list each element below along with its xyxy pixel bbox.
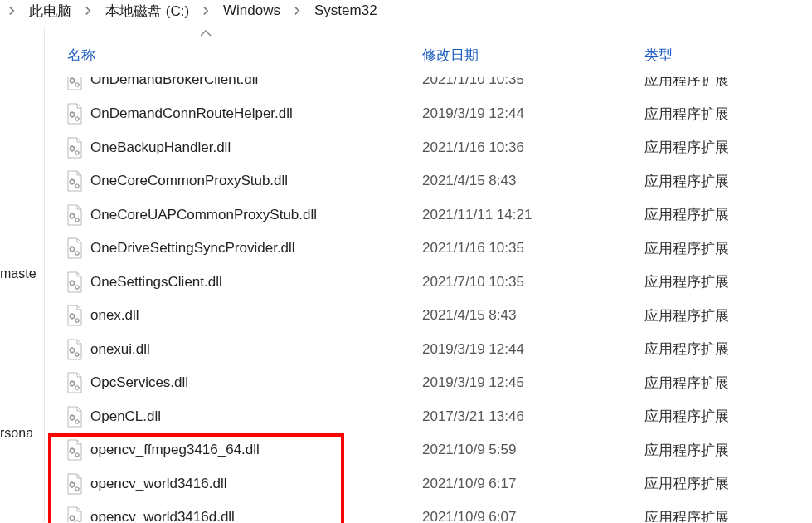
file-row[interactable]: OneSettingsClient.dll 2021/7/10 10:35 应用… xyxy=(45,266,812,300)
file-name: opencv_world3416.dll xyxy=(90,476,422,492)
dll-file-icon xyxy=(45,204,90,226)
file-type: 应用程序扩展 xyxy=(644,105,812,124)
file-date: 2019/3/19 12:44 xyxy=(422,341,644,358)
file-type: 应用程序扩展 xyxy=(644,340,812,359)
nav-item-truncated[interactable]: maste xyxy=(0,266,36,281)
file-name: onexui.dll xyxy=(90,341,422,358)
file-type: 应用程序扩展 xyxy=(644,374,812,393)
file-date: 2021/7/10 10:35 xyxy=(422,274,644,291)
chevron-right-icon[interactable] xyxy=(5,5,19,17)
dll-file-icon xyxy=(45,506,90,522)
dll-file-icon xyxy=(45,439,90,461)
file-name: OnDemandBrokerClient.dll xyxy=(90,77,422,88)
chevron-right-icon[interactable] xyxy=(290,5,304,17)
file-type: 应用程序扩展 xyxy=(644,508,812,522)
breadcrumb-windows[interactable]: Windows xyxy=(220,1,284,21)
column-header-name[interactable]: 名称 xyxy=(45,46,422,65)
file-name: OpcServices.dll xyxy=(90,374,422,391)
file-date: 2021/1/16 10:36 xyxy=(422,139,644,156)
dll-file-icon xyxy=(45,170,90,192)
dll-file-icon xyxy=(45,406,90,428)
file-name: OneDriveSettingSyncProvider.dll xyxy=(90,240,422,257)
file-date: 2021/1/16 10:35 xyxy=(422,240,644,257)
file-name: OneBackupHandler.dll xyxy=(90,139,422,156)
file-type: 应用程序扩展 xyxy=(644,77,812,90)
file-date: 2021/10/9 6:07 xyxy=(422,509,644,522)
pin-icon[interactable] xyxy=(0,190,25,207)
dll-file-icon xyxy=(45,103,90,125)
file-date: 2021/1/10 10:35 xyxy=(422,77,644,88)
file-name: OneCoreCommonProxyStub.dll xyxy=(90,173,422,189)
dll-file-icon xyxy=(45,473,90,495)
dll-file-icon xyxy=(45,237,90,259)
chevron-right-icon[interactable] xyxy=(199,5,213,17)
file-name: OpenCL.dll xyxy=(90,408,422,425)
file-row[interactable]: OpcServices.dll 2019/3/19 12:45 应用程序扩展 xyxy=(45,366,812,400)
dll-file-icon xyxy=(45,137,90,159)
file-row[interactable]: OneCoreUAPCommonProxyStub.dll 2021/11/11… xyxy=(45,198,812,232)
file-name: opencv_ffmpeg3416_64.dll xyxy=(90,442,422,458)
file-row[interactable]: OneDriveSettingSyncProvider.dll 2021/1/1… xyxy=(45,232,812,266)
column-header-type[interactable]: 类型 xyxy=(644,46,812,65)
dll-file-icon xyxy=(45,339,90,360)
file-row[interactable]: opencv_world3416.dll 2021/10/9 6:17 应用程序… xyxy=(45,467,812,501)
column-header-date[interactable]: 修改日期 xyxy=(422,46,644,65)
file-row[interactable]: OnDemandBrokerClient.dll 2021/1/10 10:35… xyxy=(45,77,812,97)
file-name: onex.dll xyxy=(90,307,422,324)
file-type: 应用程序扩展 xyxy=(644,474,812,493)
file-row[interactable]: opencv_ffmpeg3416_64.dll 2021/10/9 5:59 … xyxy=(45,433,812,467)
file-row[interactable]: OpenCL.dll 2017/3/21 13:46 应用程序扩展 xyxy=(45,400,812,434)
file-type: 应用程序扩展 xyxy=(644,441,812,460)
file-row[interactable]: onexui.dll 2019/3/19 12:44 应用程序扩展 xyxy=(45,333,812,367)
file-row[interactable]: OnDemandConnRouteHelper.dll 2019/3/19 12… xyxy=(45,97,812,131)
file-name: OneCoreUAPCommonProxyStub.dll xyxy=(90,207,422,223)
file-date: 2019/3/19 12:44 xyxy=(422,105,644,122)
file-type: 应用程序扩展 xyxy=(644,272,812,291)
file-type: 应用程序扩展 xyxy=(644,239,812,258)
pin-icon[interactable] xyxy=(0,150,25,167)
file-type: 应用程序扩展 xyxy=(644,138,812,157)
file-row[interactable]: OneCoreCommonProxyStub.dll 2021/4/15 8:4… xyxy=(45,164,812,198)
file-date: 2021/4/15 8:43 xyxy=(422,307,644,324)
breadcrumb-drive-c[interactable]: 本地磁盘 (C:) xyxy=(102,0,192,22)
sort-ascending-icon xyxy=(199,29,212,37)
file-name: opencv_world3416d.dll xyxy=(90,509,422,522)
file-date: 2021/10/9 6:17 xyxy=(422,476,644,492)
file-row[interactable]: onex.dll 2021/4/15 8:43 应用程序扩展 xyxy=(45,299,812,333)
file-type: 应用程序扩展 xyxy=(644,407,812,426)
file-name: OnDemandConnRouteHelper.dll xyxy=(90,105,422,122)
file-date: 2021/4/15 8:43 xyxy=(422,173,644,189)
file-date: 2021/10/9 5:59 xyxy=(422,442,644,458)
file-type: 应用程序扩展 xyxy=(644,306,812,325)
file-date: 2021/11/11 14:21 xyxy=(422,207,644,223)
file-type: 应用程序扩展 xyxy=(644,205,812,224)
file-rows: OnDemandBrokerClient.dll 2021/1/10 10:35… xyxy=(45,77,812,522)
nav-item-truncated[interactable]: rsona xyxy=(0,426,33,441)
main-area: maste rsona 名称 修改日期 类型 OnDemandBrokerCli… xyxy=(0,27,812,522)
dll-file-icon xyxy=(45,77,90,90)
breadcrumb: 此电脑 本地磁盘 (C:) Windows System32 xyxy=(0,0,812,27)
file-date: 2017/3/21 13:46 xyxy=(422,408,644,425)
navigation-pane: maste rsona xyxy=(0,27,45,522)
file-row[interactable]: opencv_world3416d.dll 2021/10/9 6:07 应用程… xyxy=(45,501,812,522)
file-name: OneSettingsClient.dll xyxy=(90,274,422,291)
file-list-pane: 名称 修改日期 类型 OnDemandBrokerClient.dll 2021… xyxy=(45,27,812,522)
file-row[interactable]: OneBackupHandler.dll 2021/1/16 10:36 应用程… xyxy=(45,131,812,165)
pin-icon[interactable] xyxy=(0,230,25,247)
dll-file-icon xyxy=(45,305,90,326)
dll-file-icon xyxy=(45,271,90,293)
pin-icon[interactable] xyxy=(0,110,25,127)
column-headers: 名称 修改日期 类型 xyxy=(45,27,812,69)
dll-file-icon xyxy=(45,372,90,393)
breadcrumb-system32[interactable]: System32 xyxy=(311,1,381,21)
file-date: 2019/3/19 12:45 xyxy=(422,374,644,391)
chevron-right-icon[interactable] xyxy=(81,5,95,17)
breadcrumb-this-pc[interactable]: 此电脑 xyxy=(26,0,75,22)
file-type: 应用程序扩展 xyxy=(644,172,812,191)
